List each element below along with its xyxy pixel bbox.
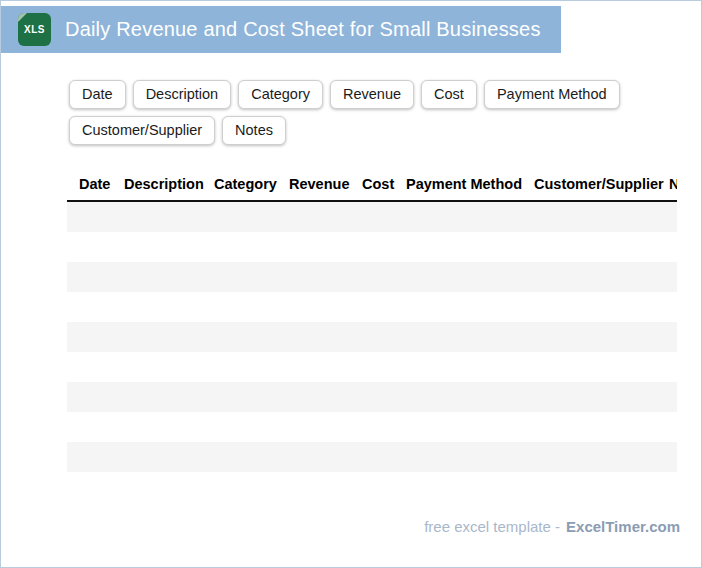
table-header-description: Description (124, 176, 214, 192)
footer-label: free excel template - (424, 518, 560, 535)
column-chip-list: Date Description Category Revenue Cost P… (69, 80, 635, 145)
table-header-category: Category (214, 176, 289, 192)
table-row (67, 352, 677, 382)
table-header-payment-method: Payment Method (406, 176, 534, 192)
table-row (67, 262, 677, 292)
table-row (67, 292, 677, 322)
chip-description[interactable]: Description (133, 80, 232, 109)
table-header-customer-supplier: Customer/Supplier (534, 176, 669, 192)
table-row (67, 412, 677, 442)
chip-notes[interactable]: Notes (222, 116, 286, 145)
table-row (67, 382, 677, 412)
xls-file-icon: XLS (18, 13, 51, 46)
table-header-row: Date Description Category Revenue Cost P… (67, 170, 677, 202)
table-header-revenue: Revenue (289, 176, 362, 192)
chip-date[interactable]: Date (69, 80, 126, 109)
table-row (67, 322, 677, 352)
chip-customer-supplier[interactable]: Customer/Supplier (69, 116, 215, 145)
footer: free excel template -ExcelTimer.com (424, 518, 680, 535)
chip-cost[interactable]: Cost (421, 80, 477, 109)
chip-revenue[interactable]: Revenue (330, 80, 414, 109)
table-row (67, 202, 677, 232)
table-header-date: Date (79, 176, 124, 192)
title-bar: XLS Daily Revenue and Cost Sheet for Sma… (1, 6, 561, 53)
table-row (67, 442, 677, 472)
chip-category[interactable]: Category (238, 80, 323, 109)
table-row (67, 232, 677, 262)
table-header-notes: Notes (669, 176, 677, 192)
template-preview-page: XLS Daily Revenue and Cost Sheet for Sma… (0, 0, 702, 568)
table-header-cost: Cost (362, 176, 406, 192)
table-row (67, 472, 677, 502)
page-title: Daily Revenue and Cost Sheet for Small B… (65, 18, 541, 41)
chip-payment-method[interactable]: Payment Method (484, 80, 620, 109)
spreadsheet-preview-table: Date Description Category Revenue Cost P… (67, 170, 677, 502)
brand-link[interactable]: ExcelTimer.com (566, 518, 680, 535)
table-body (67, 202, 677, 502)
